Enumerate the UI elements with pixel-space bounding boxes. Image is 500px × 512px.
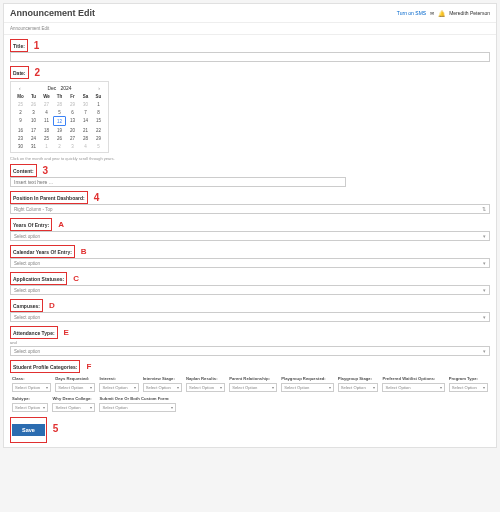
- cal-day[interactable]: 26: [53, 134, 66, 142]
- col-header: Interview Stage:: [141, 375, 184, 382]
- cal-day[interactable]: 20: [66, 126, 79, 134]
- cal-day[interactable]: 29: [66, 100, 79, 108]
- marker-B: B: [81, 247, 87, 256]
- option-select[interactable]: Select Option▾: [99, 403, 176, 412]
- marker-D: D: [49, 301, 55, 310]
- cal-day-header: Su: [92, 92, 105, 100]
- option-select[interactable]: Select Option▾: [186, 383, 225, 392]
- cal-day[interactable]: 22: [92, 126, 105, 134]
- cal-day[interactable]: 6: [66, 108, 79, 116]
- cal-day-header: Mo: [14, 92, 27, 100]
- cal-day[interactable]: 1: [92, 100, 105, 108]
- cal-day[interactable]: 21: [79, 126, 92, 134]
- cal-day[interactable]: 19: [53, 126, 66, 134]
- marker-A: A: [58, 220, 64, 229]
- cal-day[interactable]: 5: [53, 108, 66, 116]
- cal-day[interactable]: 17: [27, 126, 40, 134]
- cal-day[interactable]: 14: [79, 116, 92, 126]
- option-select[interactable]: Select Option▾: [338, 383, 379, 392]
- cal-day[interactable]: 27: [40, 100, 53, 108]
- yoe-select[interactable]: Select option▾: [10, 231, 490, 241]
- option-select[interactable]: Select Option▾: [99, 383, 138, 392]
- appstat-select[interactable]: Select option▾: [10, 285, 490, 295]
- cal-day[interactable]: 30: [14, 142, 27, 150]
- cal-year[interactable]: 2024: [60, 85, 71, 91]
- option-select[interactable]: Select Option▾: [281, 383, 333, 392]
- marker-C: C: [73, 274, 79, 283]
- cyoe-select[interactable]: Select option▾: [10, 258, 490, 268]
- option-select[interactable]: Select Option▾: [382, 383, 444, 392]
- cal-day[interactable]: 18: [40, 126, 53, 134]
- chevron-down-icon: ⇅: [482, 206, 486, 212]
- cal-day[interactable]: 24: [27, 134, 40, 142]
- option-select[interactable]: Select Option▾: [143, 383, 182, 392]
- breadcrumb: Announcement Edit: [4, 23, 496, 35]
- cal-day[interactable]: 27: [66, 134, 79, 142]
- position-select[interactable]: Right Column - Top⇅: [10, 204, 490, 214]
- cal-day[interactable]: 1: [40, 142, 53, 150]
- cyoe-label: Calendar Years Of Entry:: [13, 249, 72, 255]
- cal-day[interactable]: 25: [40, 134, 53, 142]
- form: Title: 1 Date: 2 ‹ Dec 2024 › MoTuWeThFr…: [4, 35, 496, 447]
- cal-day[interactable]: 2: [53, 142, 66, 150]
- campuses-label: Campuses:: [13, 303, 40, 309]
- cal-day[interactable]: 31: [27, 142, 40, 150]
- option-select[interactable]: Select Option▾: [12, 383, 51, 392]
- cal-day[interactable]: 9: [14, 116, 27, 126]
- cal-day-header: We: [40, 92, 53, 100]
- date-picker[interactable]: ‹ Dec 2024 › MoTuWeThFrSaSu2526272829301…: [10, 81, 109, 153]
- option-select[interactable]: Select Option▾: [52, 403, 95, 412]
- marker-F: F: [86, 362, 91, 371]
- option-select[interactable]: Select Option▾: [12, 403, 48, 412]
- campuses-select[interactable]: Select option▾: [10, 312, 490, 322]
- chevron-down-icon: ▾: [483, 287, 486, 293]
- cal-day-header: Th: [53, 92, 66, 100]
- option-select[interactable]: Select Option▾: [55, 383, 95, 392]
- spc-label: Student Profile Categories:: [13, 364, 77, 370]
- cal-day[interactable]: 4: [79, 142, 92, 150]
- cal-day[interactable]: 2: [14, 108, 27, 116]
- cal-day[interactable]: 5: [92, 142, 105, 150]
- cal-day[interactable]: 10: [27, 116, 40, 126]
- cal-day[interactable]: 3: [27, 108, 40, 116]
- marker-1: 1: [34, 40, 40, 51]
- cal-day[interactable]: 29: [92, 134, 105, 142]
- cal-day[interactable]: 28: [53, 100, 66, 108]
- page: Announcement Edit Turn on SMS ✉ 🔔 Meredi…: [3, 3, 497, 448]
- header: Announcement Edit Turn on SMS ✉ 🔔 Meredi…: [4, 4, 496, 23]
- cal-month[interactable]: Dec: [47, 85, 56, 91]
- cal-prev[interactable]: ‹: [16, 85, 24, 91]
- cal-day[interactable]: 3: [66, 142, 79, 150]
- save-button[interactable]: Save: [12, 424, 45, 436]
- cal-day[interactable]: 7: [79, 108, 92, 116]
- marker-3: 3: [43, 165, 49, 176]
- position-label: Position In Parent Dashboard:: [13, 195, 85, 201]
- option-select[interactable]: Select Option▾: [229, 383, 277, 392]
- user-name[interactable]: Meredith Peterson: [449, 10, 490, 16]
- envelope-icon[interactable]: ✉: [430, 10, 434, 16]
- cal-day[interactable]: 13: [66, 116, 79, 126]
- cal-day[interactable]: 16: [14, 126, 27, 134]
- cal-day[interactable]: 11: [40, 116, 53, 126]
- cal-day[interactable]: 25: [14, 100, 27, 108]
- option-select[interactable]: Select Option▾: [449, 383, 488, 392]
- turn-on-sms-link[interactable]: Turn on SMS: [397, 10, 426, 16]
- header-right: Turn on SMS ✉ 🔔 Meredith Peterson: [397, 10, 490, 17]
- content-input[interactable]: [10, 177, 346, 187]
- col-header: Playgroup Requested:: [279, 375, 335, 382]
- title-input[interactable]: [10, 52, 490, 62]
- atttype-select[interactable]: Select option▾: [10, 346, 490, 356]
- col-header: Program Type:: [447, 375, 490, 382]
- cal-day[interactable]: 15: [92, 116, 105, 126]
- cal-day[interactable]: 8: [92, 108, 105, 116]
- cal-day[interactable]: 26: [27, 100, 40, 108]
- cal-day[interactable]: 30: [79, 100, 92, 108]
- cal-day[interactable]: 12: [53, 116, 66, 126]
- chevron-down-icon: ▾: [483, 348, 486, 354]
- cal-next[interactable]: ›: [95, 85, 103, 91]
- cal-day[interactable]: 28: [79, 134, 92, 142]
- options-table: Class:Days Requested:Interest:Interview …: [10, 375, 490, 413]
- cal-day[interactable]: 4: [40, 108, 53, 116]
- cal-day[interactable]: 23: [14, 134, 27, 142]
- bell-icon[interactable]: 🔔: [438, 10, 445, 17]
